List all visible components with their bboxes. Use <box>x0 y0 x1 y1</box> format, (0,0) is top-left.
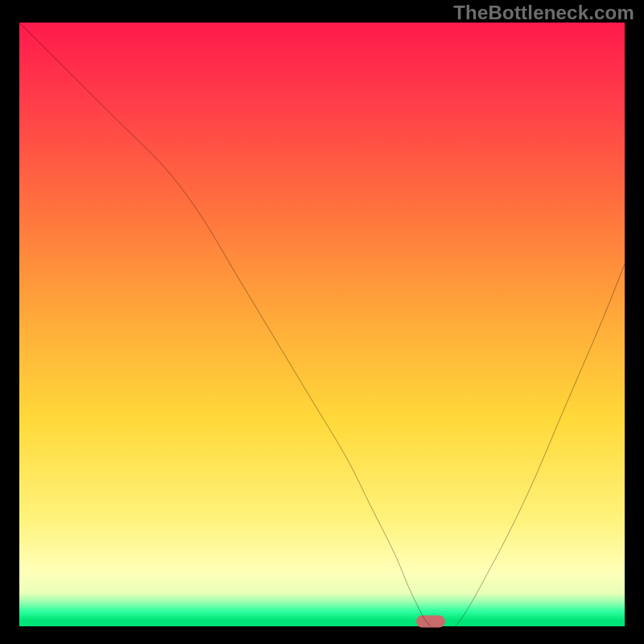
chart-frame: TheBottleneck.com <box>0 0 644 644</box>
watermark-text: TheBottleneck.com <box>453 2 634 24</box>
bottleneck-curve <box>19 23 625 626</box>
curve-path <box>19 23 625 626</box>
plot-area <box>19 23 625 626</box>
